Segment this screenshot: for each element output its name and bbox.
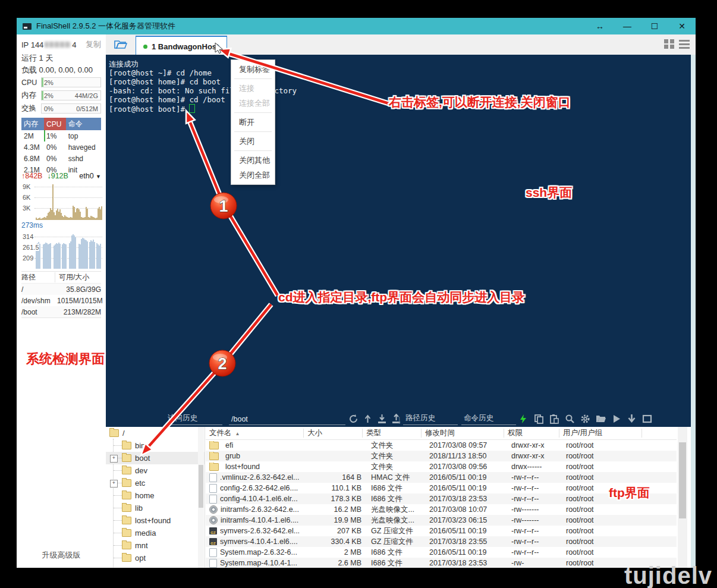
menu-item[interactable]: 复制标签 (231, 62, 275, 77)
file-size: 207 KB (303, 527, 367, 535)
file-row[interactable]: efi文件夹2017/03/08 09:57drwxr-xr-xroot/roo… (206, 440, 677, 451)
file-col-header[interactable]: 文件名▲ (206, 429, 304, 438)
file-name: System.map-2.6.32-6... (220, 548, 297, 556)
file-row[interactable]: config-2.6.32-642.el6....110.1 KBI686 文件… (206, 483, 677, 493)
file-row[interactable]: lost+found文件夹2017/03/08 09:56drwx------r… (206, 461, 677, 472)
tree-item-home[interactable]: home (106, 489, 205, 502)
chart-bar (65, 244, 67, 269)
file-table-scrollbar[interactable] (678, 427, 687, 568)
swap-percent: 0% (44, 105, 54, 112)
menu-item[interactable]: 关闭 (231, 134, 275, 149)
command-history-dropdown[interactable]: 命令历史 (461, 411, 516, 425)
file-mtime: 2017/03/18 23:55 (426, 537, 508, 546)
file-row[interactable]: config-4.10.4-1.el6.elr...178.3 KBI686 文… (206, 493, 677, 504)
tab-bandwagonhost[interactable]: 1 BandwagonHost (136, 36, 227, 56)
tree-expander-icon[interactable]: + (110, 455, 118, 463)
tree-connector (114, 545, 122, 546)
file-row[interactable]: GZsymvers-2.6.32-642.el...207 KBGZ 压缩文件2… (206, 526, 677, 536)
file-col-header[interactable]: 大小 (304, 429, 363, 438)
copy-icon[interactable] (534, 414, 544, 424)
tree-item-mnt[interactable]: mnt (106, 539, 205, 552)
file-name-cell: .vmlinuz-2.6.32-642.el... (206, 473, 303, 482)
menu-item[interactable]: 关闭全部 (231, 168, 275, 183)
process-cell: 0% (44, 142, 66, 153)
maximize-button[interactable]: ☐ (641, 21, 668, 31)
tree-connector (114, 533, 122, 533)
upgrade-link[interactable]: 升级高级版 (17, 550, 106, 561)
file-row[interactable]: initramfs-4.10.4-1.el6....19.9 MB光盘映像文..… (206, 515, 677, 526)
swap-meter-label: 交换 (21, 103, 41, 114)
chart-bar (94, 242, 95, 269)
open-connection-button[interactable] (113, 37, 128, 52)
tree-item-lib[interactable]: lib (106, 502, 205, 514)
sort-ascending-icon: ▲ (235, 431, 240, 436)
download-icon[interactable] (377, 414, 387, 424)
file-col-header[interactable]: 修改时间 (422, 429, 504, 438)
tree-item-bin[interactable]: bin (106, 439, 205, 452)
file-perm: -rw- (508, 559, 562, 567)
tree-connector (114, 495, 122, 496)
file-type: 文件夹 (367, 462, 426, 472)
access-history-dropdown[interactable]: 访问历史 (165, 411, 222, 425)
window-edge-scroll-strip[interactable] (691, 55, 696, 568)
file-row[interactable]: .vmlinuz-2.6.32-642.el...164 BHMAC 文件201… (206, 472, 677, 483)
file-row[interactable]: System.map-4.10.4-1...2.6 MBI686 文件2017/… (206, 558, 677, 568)
cpu-progress-bar: 2% (41, 77, 101, 87)
tree-item-opt[interactable]: opt (106, 552, 205, 564)
process-row: 2M1%top (21, 130, 101, 142)
tree-item-dev[interactable]: dev (106, 464, 205, 477)
tree-item-[interactable]: / (106, 427, 205, 439)
tree-item-boot[interactable]: +boot (106, 452, 205, 464)
tree-item-etc[interactable]: +etc (106, 477, 205, 489)
file-type: I686 文件 (367, 548, 426, 558)
grid-view-icon[interactable] (664, 39, 674, 49)
tree-item-lost+found[interactable]: lost+found (106, 514, 205, 527)
open-folder-icon[interactable] (596, 414, 606, 424)
file-row[interactable]: initramfs-2.6.32-642.e...16.2 MB光盘映像文...… (206, 504, 677, 515)
parent-directory-icon[interactable] (363, 414, 373, 424)
gz-icon: GZ (209, 527, 217, 534)
menu-item[interactable]: 关闭其他 (231, 153, 275, 168)
hamburger-menu-icon[interactable] (679, 39, 690, 49)
file-row[interactable]: System.map-2.6.32-6...2 MBI686 文件2016/05… (206, 547, 677, 558)
file-col-header[interactable]: 用户/用户组 (559, 429, 642, 438)
disk-row: /35.8G/39G (21, 284, 101, 295)
resize-icon[interactable]: ↔ (586, 21, 614, 31)
annotation-sysmon-label: 系统检测界面 (26, 350, 105, 368)
file-table-header[interactable]: 文件名▲大小类型修改时间权限用户/用户组 (206, 427, 677, 440)
tree-item-label: etc (135, 479, 145, 488)
settings-gear-icon[interactable] (580, 414, 590, 424)
run-play-icon[interactable] (611, 414, 621, 424)
search-icon[interactable] (565, 414, 575, 424)
download-arrow-icon[interactable] (627, 414, 637, 424)
file-table-scrollbar-thumb[interactable] (679, 442, 686, 518)
file-row[interactable]: grub文件夹2018/11/13 18:50drwxr-xr-xroot/ro… (206, 451, 677, 461)
file-name-cell: initramfs-2.6.32-642.e... (206, 505, 303, 514)
ip-suffix: 4 (72, 40, 76, 49)
interface-selector[interactable]: eth0 ▼ (79, 172, 101, 180)
directory-tree[interactable]: /bin+bootdev+etchomeliblost+foundmediamn… (106, 427, 205, 568)
speed-boost-icon[interactable] (518, 414, 529, 424)
ftp-file-panel: /bin+bootdev+etchomeliblost+foundmediamn… (106, 427, 691, 568)
paste-icon[interactable] (549, 414, 559, 424)
tree-item-media[interactable]: media (106, 527, 205, 539)
file-row[interactable]: GZsymvers-4.10.4-1.el6....330.4 KBGZ 压缩文… (206, 536, 677, 547)
file-owner: root/root (562, 548, 644, 556)
file-col-header[interactable]: 类型 (363, 429, 422, 438)
tree-scrollbar-thumb[interactable] (199, 465, 203, 508)
terminal-cursor (189, 104, 195, 113)
minimize-button[interactable]: — (614, 21, 641, 31)
tree-expander-icon[interactable]: + (110, 480, 118, 488)
refresh-icon[interactable] (348, 414, 358, 424)
path-history-dropdown[interactable]: 路径历史 (403, 411, 458, 425)
file-table[interactable]: 文件名▲大小类型修改时间权限用户/用户组 efi文件夹2017/03/08 09… (206, 427, 677, 568)
copy-ip-button[interactable]: 复制 (86, 39, 101, 50)
menu-item[interactable]: 断开 (231, 115, 275, 130)
file-mtime: 2017/03/18 23:53 (426, 559, 508, 567)
tree-scrollbar[interactable] (198, 427, 204, 568)
file-col-header[interactable]: 权限 (504, 429, 559, 438)
process-cell: 6.8M (21, 153, 44, 164)
window-mode-icon[interactable] (642, 414, 652, 424)
close-button[interactable]: ✕ (668, 21, 696, 31)
current-path-field[interactable]: /boot (229, 411, 345, 425)
